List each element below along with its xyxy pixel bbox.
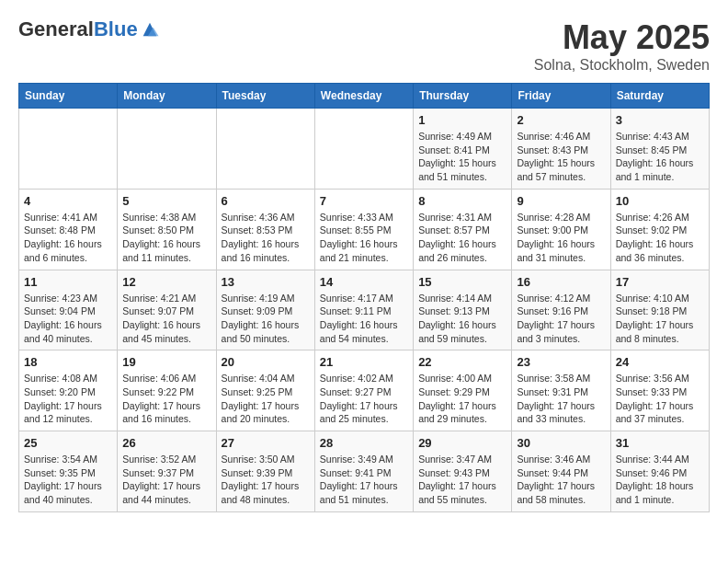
cell-info-text: Sunrise: 4:04 AMSunset: 9:25 PMDaylight:… xyxy=(222,372,310,426)
cell-date-number: 13 xyxy=(222,275,310,289)
calendar-cell: 6Sunrise: 4:36 AMSunset: 8:53 PMDaylight… xyxy=(216,189,314,270)
cell-info-text: Sunrise: 4:00 AMSunset: 9:29 PMDaylight:… xyxy=(418,372,506,426)
cell-info-text: Sunrise: 3:47 AMSunset: 9:43 PMDaylight:… xyxy=(418,453,506,507)
calendar-cell: 23Sunrise: 3:58 AMSunset: 9:31 PMDayligh… xyxy=(512,350,610,431)
calendar-week-row: 4Sunrise: 4:41 AMSunset: 8:48 PMDaylight… xyxy=(19,189,710,270)
cell-date-number: 12 xyxy=(122,275,210,289)
cell-date-number: 15 xyxy=(418,275,506,289)
calendar-cell: 7Sunrise: 4:33 AMSunset: 8:55 PMDaylight… xyxy=(314,189,413,270)
logo-icon xyxy=(140,19,160,40)
calendar-cell: 18Sunrise: 4:08 AMSunset: 9:20 PMDayligh… xyxy=(19,350,118,431)
cell-info-text: Sunrise: 4:43 AMSunset: 8:45 PMDaylight:… xyxy=(616,130,704,184)
calendar-cell: 25Sunrise: 3:54 AMSunset: 9:35 PMDayligh… xyxy=(19,431,118,512)
cell-date-number: 6 xyxy=(222,194,310,208)
cell-info-text: Sunrise: 4:31 AMSunset: 8:57 PMDaylight:… xyxy=(418,211,506,265)
calendar-cell: 11Sunrise: 4:23 AMSunset: 9:04 PMDayligh… xyxy=(19,270,118,350)
cell-date-number: 3 xyxy=(616,113,704,127)
cell-info-text: Sunrise: 3:54 AMSunset: 9:35 PMDaylight:… xyxy=(24,453,112,507)
calendar-cell: 27Sunrise: 3:50 AMSunset: 9:39 PMDayligh… xyxy=(216,431,314,512)
weekday-header-monday: Monday xyxy=(118,84,216,109)
cell-date-number: 8 xyxy=(418,194,506,208)
cell-info-text: Sunrise: 4:02 AMSunset: 9:27 PMDaylight:… xyxy=(320,372,408,426)
cell-info-text: Sunrise: 4:41 AMSunset: 8:48 PMDaylight:… xyxy=(24,211,112,265)
calendar-cell: 21Sunrise: 4:02 AMSunset: 9:27 PMDayligh… xyxy=(314,350,413,431)
cell-info-text: Sunrise: 4:46 AMSunset: 8:43 PMDaylight:… xyxy=(517,130,605,184)
calendar-cell: 8Sunrise: 4:31 AMSunset: 8:57 PMDaylight… xyxy=(414,189,512,270)
calendar-cell: 14Sunrise: 4:17 AMSunset: 9:11 PMDayligh… xyxy=(314,270,413,350)
calendar-table: SundayMondayTuesdayWednesdayThursdayFrid… xyxy=(18,83,710,512)
cell-date-number: 31 xyxy=(616,436,704,450)
cell-info-text: Sunrise: 4:19 AMSunset: 9:09 PMDaylight:… xyxy=(222,292,310,346)
cell-info-text: Sunrise: 4:06 AMSunset: 9:22 PMDaylight:… xyxy=(122,372,210,426)
cell-date-number: 29 xyxy=(418,436,506,450)
cell-date-number: 5 xyxy=(122,194,210,208)
calendar-cell: 26Sunrise: 3:52 AMSunset: 9:37 PMDayligh… xyxy=(118,431,216,512)
cell-date-number: 28 xyxy=(320,436,408,450)
calendar-cell: 20Sunrise: 4:04 AMSunset: 9:25 PMDayligh… xyxy=(216,350,314,431)
cell-info-text: Sunrise: 4:23 AMSunset: 9:04 PMDaylight:… xyxy=(24,292,112,346)
calendar-cell: 24Sunrise: 3:56 AMSunset: 9:33 PMDayligh… xyxy=(610,350,709,431)
cell-info-text: Sunrise: 4:08 AMSunset: 9:20 PMDaylight:… xyxy=(24,372,112,426)
cell-info-text: Sunrise: 3:58 AMSunset: 9:31 PMDaylight:… xyxy=(517,372,605,426)
logo: GeneralBlue xyxy=(18,18,160,40)
calendar-cell: 22Sunrise: 4:00 AMSunset: 9:29 PMDayligh… xyxy=(414,350,512,431)
cell-info-text: Sunrise: 3:50 AMSunset: 9:39 PMDaylight:… xyxy=(222,453,310,507)
page-title: May 2025 xyxy=(534,18,710,57)
cell-info-text: Sunrise: 4:14 AMSunset: 9:13 PMDaylight:… xyxy=(418,292,506,346)
calendar-cell: 31Sunrise: 3:44 AMSunset: 9:46 PMDayligh… xyxy=(610,431,709,512)
weekday-header-row: SundayMondayTuesdayWednesdayThursdayFrid… xyxy=(19,84,710,109)
cell-date-number: 16 xyxy=(517,275,605,289)
cell-info-text: Sunrise: 3:44 AMSunset: 9:46 PMDaylight:… xyxy=(616,453,704,507)
calendar-week-row: 11Sunrise: 4:23 AMSunset: 9:04 PMDayligh… xyxy=(19,270,710,350)
cell-date-number: 30 xyxy=(517,436,605,450)
cell-date-number: 20 xyxy=(222,355,310,369)
page-subtitle: Solna, Stockholm, Sweden xyxy=(534,57,710,74)
cell-date-number: 27 xyxy=(222,436,310,450)
cell-date-number: 22 xyxy=(418,355,506,369)
weekday-header-tuesday: Tuesday xyxy=(216,84,314,109)
cell-date-number: 10 xyxy=(616,194,704,208)
cell-date-number: 18 xyxy=(24,355,112,369)
calendar-week-row: 1Sunrise: 4:49 AMSunset: 8:41 PMDaylight… xyxy=(19,109,710,190)
calendar-cell: 29Sunrise: 3:47 AMSunset: 9:43 PMDayligh… xyxy=(414,431,512,512)
calendar-cell: 19Sunrise: 4:06 AMSunset: 9:22 PMDayligh… xyxy=(118,350,216,431)
calendar-cell: 10Sunrise: 4:26 AMSunset: 9:02 PMDayligh… xyxy=(610,189,709,270)
cell-info-text: Sunrise: 4:12 AMSunset: 9:16 PMDaylight:… xyxy=(517,292,605,346)
title-block: May 2025 Solna, Stockholm, Sweden xyxy=(534,18,710,74)
cell-date-number: 9 xyxy=(517,194,605,208)
calendar-cell: 9Sunrise: 4:28 AMSunset: 9:00 PMDaylight… xyxy=(512,189,610,270)
cell-info-text: Sunrise: 4:17 AMSunset: 9:11 PMDaylight:… xyxy=(320,292,408,346)
cell-date-number: 25 xyxy=(24,436,112,450)
cell-info-text: Sunrise: 4:33 AMSunset: 8:55 PMDaylight:… xyxy=(320,211,408,265)
calendar-cell: 12Sunrise: 4:21 AMSunset: 9:07 PMDayligh… xyxy=(118,270,216,350)
calendar-cell: 3Sunrise: 4:43 AMSunset: 8:45 PMDaylight… xyxy=(610,109,709,190)
calendar-week-row: 25Sunrise: 3:54 AMSunset: 9:35 PMDayligh… xyxy=(19,431,710,512)
calendar-cell: 1Sunrise: 4:49 AMSunset: 8:41 PMDaylight… xyxy=(414,109,512,190)
cell-info-text: Sunrise: 3:46 AMSunset: 9:44 PMDaylight:… xyxy=(517,453,605,507)
calendar-cell xyxy=(216,109,314,190)
page-header: GeneralBlue May 2025 Solna, Stockholm, S… xyxy=(18,18,710,74)
cell-info-text: Sunrise: 3:56 AMSunset: 9:33 PMDaylight:… xyxy=(616,372,704,426)
weekday-header-friday: Friday xyxy=(512,84,610,109)
cell-info-text: Sunrise: 4:38 AMSunset: 8:50 PMDaylight:… xyxy=(122,211,210,265)
calendar-cell: 4Sunrise: 4:41 AMSunset: 8:48 PMDaylight… xyxy=(19,189,118,270)
calendar-cell: 15Sunrise: 4:14 AMSunset: 9:13 PMDayligh… xyxy=(414,270,512,350)
cell-date-number: 11 xyxy=(24,275,112,289)
cell-info-text: Sunrise: 4:28 AMSunset: 9:00 PMDaylight:… xyxy=(517,211,605,265)
cell-date-number: 4 xyxy=(24,194,112,208)
calendar-cell: 30Sunrise: 3:46 AMSunset: 9:44 PMDayligh… xyxy=(512,431,610,512)
cell-date-number: 17 xyxy=(616,275,704,289)
calendar-cell: 13Sunrise: 4:19 AMSunset: 9:09 PMDayligh… xyxy=(216,270,314,350)
calendar-cell xyxy=(118,109,216,190)
cell-info-text: Sunrise: 3:52 AMSunset: 9:37 PMDaylight:… xyxy=(122,453,210,507)
weekday-header-saturday: Saturday xyxy=(610,84,709,109)
cell-date-number: 19 xyxy=(122,355,210,369)
cell-date-number: 7 xyxy=(320,194,408,208)
logo-blue-text: Blue xyxy=(94,17,138,40)
weekday-header-wednesday: Wednesday xyxy=(314,84,413,109)
calendar-cell: 5Sunrise: 4:38 AMSunset: 8:50 PMDaylight… xyxy=(118,189,216,270)
cell-date-number: 1 xyxy=(418,113,506,127)
cell-date-number: 21 xyxy=(320,355,408,369)
cell-info-text: Sunrise: 4:49 AMSunset: 8:41 PMDaylight:… xyxy=(418,130,506,184)
cell-date-number: 23 xyxy=(517,355,605,369)
